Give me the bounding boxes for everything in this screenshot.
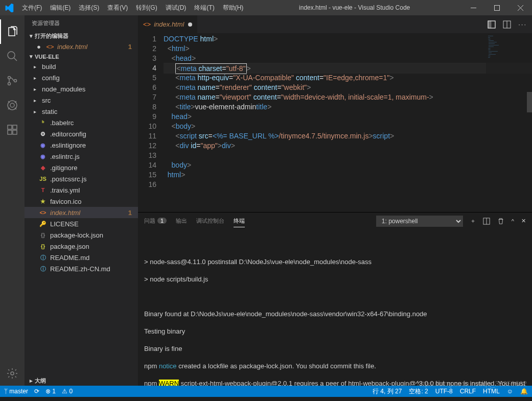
menu-debug[interactable]: 调试(D) bbox=[161, 0, 191, 15]
sync-icon[interactable]: ⟳ bbox=[34, 388, 39, 395]
bottom-panel: 问题1 输出 调试控制台 终端 1: powershell ＋ ^ ✕ > no… bbox=[138, 212, 532, 386]
file-package-lock-json[interactable]: {}package-lock.json bbox=[25, 229, 138, 241]
feedback-icon[interactable]: ☺ bbox=[507, 388, 513, 395]
editor-group: <> index.html ··· 1234567891011121314151… bbox=[138, 15, 532, 386]
explorer-icon[interactable] bbox=[0, 19, 25, 44]
svg-rect-8 bbox=[8, 125, 12, 129]
close-panel-icon[interactable]: ✕ bbox=[521, 218, 526, 224]
encoding[interactable]: UTF-8 bbox=[435, 388, 453, 395]
new-terminal-icon[interactable]: ＋ bbox=[470, 217, 476, 225]
warnings-indicator[interactable]: ⚠ 0 bbox=[62, 388, 73, 395]
activity-bar bbox=[0, 15, 25, 386]
open-editor-item[interactable]: ● <> index.html 1 bbox=[25, 41, 138, 52]
folder-build[interactable]: ▸build bbox=[25, 61, 138, 72]
source-control-icon[interactable] bbox=[0, 68, 25, 93]
panel-tab-terminal[interactable]: 终端 bbox=[234, 215, 245, 227]
maximize-panel-icon[interactable]: ^ bbox=[512, 218, 514, 224]
code-editor[interactable]: 12345678910111213141516 DOCTYPE html> <h… bbox=[138, 33, 532, 212]
svg-point-4 bbox=[8, 83, 11, 85]
file-favicon-ico[interactable]: ★favicon.ico bbox=[25, 196, 138, 207]
close-icon[interactable] bbox=[508, 0, 532, 15]
file--gitignore[interactable]: ◆.gitignore bbox=[25, 162, 138, 173]
branch-indicator[interactable]: ᛘ master bbox=[4, 388, 28, 395]
star-icon: ★ bbox=[39, 198, 47, 205]
file--eslintrc-js[interactable]: ◉.eslintrc.js bbox=[25, 151, 138, 162]
minimize-icon[interactable] bbox=[461, 0, 485, 15]
file--editorconfig[interactable]: ⚙.editorconfig bbox=[25, 128, 138, 139]
explorer-sidebar: 资源管理器 ▾打开的编辑器 ● <> index.html 1 ▾VUE-ELE… bbox=[25, 15, 138, 386]
maximize-icon[interactable] bbox=[485, 0, 508, 15]
info-icon: ⓘ bbox=[39, 254, 47, 262]
file--babelrc[interactable]: ᵇ.babelrc bbox=[25, 117, 138, 128]
file-README-md[interactable]: ⓘREADME.md bbox=[25, 252, 138, 263]
debug-icon[interactable] bbox=[0, 93, 25, 117]
file-index-html[interactable]: <>index.html1 bbox=[25, 207, 138, 218]
more-actions-icon[interactable]: ··· bbox=[518, 20, 527, 28]
svg-rect-9 bbox=[8, 130, 12, 134]
terminal-content[interactable]: > node-sass@4.11.0 postinstall D:\NodeJs… bbox=[138, 229, 532, 386]
terminal-selector[interactable]: 1: powershell bbox=[376, 216, 463, 227]
vscode-logo-icon bbox=[0, 3, 18, 12]
window-title: index.html - vue-ele - Visual Studio Cod… bbox=[247, 4, 461, 11]
file--postcssrc-js[interactable]: JS.postcssrc.js bbox=[25, 173, 138, 184]
svg-rect-11 bbox=[13, 125, 17, 129]
babel-icon: ᵇ bbox=[39, 120, 47, 126]
file-LICENSE[interactable]: 🔑LICENSE bbox=[25, 218, 138, 229]
layout-editor-icon[interactable] bbox=[503, 20, 511, 29]
scrollbar[interactable] bbox=[527, 15, 532, 390]
problem-badge: 1 bbox=[128, 43, 135, 51]
svg-rect-1 bbox=[494, 5, 499, 10]
git-icon: ◆ bbox=[39, 164, 47, 171]
project-section[interactable]: ▾VUE-ELE bbox=[25, 52, 138, 61]
extensions-icon[interactable] bbox=[0, 117, 25, 142]
language-mode[interactable]: HTML bbox=[483, 388, 500, 395]
html-file-icon: <> bbox=[143, 20, 151, 28]
cursor-position[interactable]: 行 4, 列 27 bbox=[373, 387, 402, 396]
folder-src[interactable]: ▸src bbox=[25, 95, 138, 106]
svg-point-12 bbox=[11, 372, 14, 375]
folder-static[interactable]: ▸static bbox=[25, 106, 138, 117]
settings-gear-icon[interactable] bbox=[0, 361, 25, 386]
kill-terminal-icon[interactable] bbox=[497, 218, 504, 225]
eslint-icon: ◉ bbox=[39, 153, 47, 160]
minimap[interactable]: ▬▬▬▬▬▬▬ ▬▬ ▬▬▬▬▬ ▬▬▬▬▬▬▬▬ ▬▬▬▬▬▬ ▬▬▬▬▬▬▬… bbox=[486, 33, 532, 212]
json-icon: {} bbox=[39, 232, 47, 238]
panel-tab-problems[interactable]: 问题1 bbox=[144, 215, 167, 227]
close-dirty-icon[interactable]: ● bbox=[35, 43, 43, 51]
html-file-icon: <> bbox=[46, 43, 54, 51]
search-icon[interactable] bbox=[0, 44, 25, 68]
menu-select[interactable]: 选择(S) bbox=[75, 0, 103, 15]
folder-config[interactable]: ▸config bbox=[25, 72, 138, 83]
file-package-json[interactable]: {}package.json bbox=[25, 241, 138, 252]
title-bar: 文件(F) 编辑(E) 选择(S) 查看(V) 转到(G) 调试(D) 终端(T… bbox=[0, 0, 532, 15]
svg-rect-15 bbox=[488, 21, 491, 28]
menu-view[interactable]: 查看(V) bbox=[103, 0, 132, 15]
eslint-icon: ◉ bbox=[39, 142, 47, 149]
outline-section[interactable]: ▸大纲 bbox=[25, 376, 138, 386]
editor-tabs: <> index.html ··· bbox=[138, 15, 532, 33]
menu-terminal[interactable]: 终端(T) bbox=[190, 0, 218, 15]
panel-tab-output[interactable]: 输出 bbox=[176, 215, 187, 227]
file--travis-yml[interactable]: T.travis.yml bbox=[25, 184, 138, 196]
svg-point-5 bbox=[14, 80, 17, 82]
tab-index-html[interactable]: <> index.html bbox=[138, 15, 198, 33]
panel-tab-debug[interactable]: 调试控制台 bbox=[196, 215, 224, 227]
eol[interactable]: CRLF bbox=[460, 388, 476, 395]
menu-edit[interactable]: 编辑(E) bbox=[46, 0, 75, 15]
folder-node_modules[interactable]: ▸node_modules bbox=[25, 83, 138, 95]
menu-help[interactable]: 帮助(H) bbox=[219, 0, 248, 15]
file--eslintignore[interactable]: ◉.eslintignore bbox=[25, 139, 138, 151]
open-editors-section[interactable]: ▾打开的编辑器 bbox=[25, 31, 138, 41]
menu-file[interactable]: 文件(F) bbox=[18, 0, 46, 15]
svg-point-2 bbox=[8, 52, 15, 59]
file-README-zh-CN-md[interactable]: ⓘREADME.zh-CN.md bbox=[25, 263, 138, 274]
js-icon: JS bbox=[39, 176, 47, 182]
indentation[interactable]: 空格: 2 bbox=[409, 387, 428, 396]
dirty-indicator-icon bbox=[188, 22, 192, 27]
errors-indicator[interactable]: ⊗ 1 bbox=[45, 388, 56, 395]
svg-rect-0 bbox=[471, 8, 476, 8]
explorer-header: 资源管理器 bbox=[25, 15, 138, 31]
split-editor-icon[interactable] bbox=[488, 20, 496, 29]
split-terminal-icon[interactable] bbox=[483, 218, 490, 225]
menu-goto[interactable]: 转到(G) bbox=[132, 0, 161, 15]
